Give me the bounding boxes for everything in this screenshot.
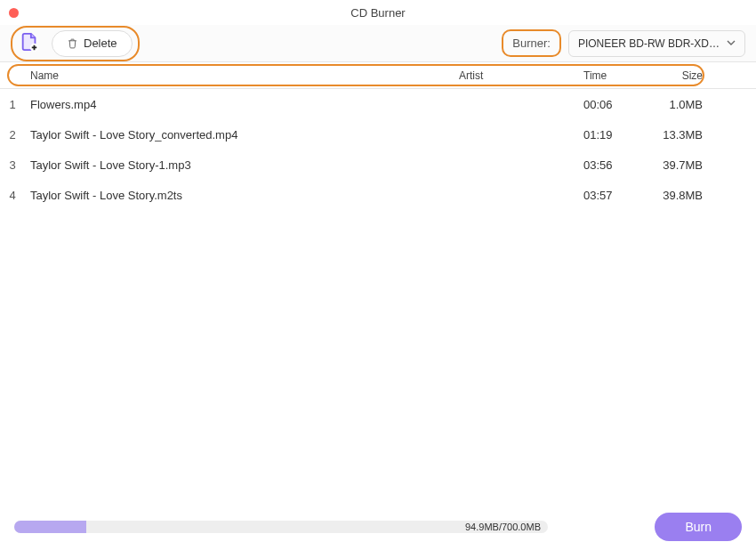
row-name: Taylor Swift - Love Story.m2ts xyxy=(25,189,459,202)
row-time: 03:57 xyxy=(583,189,646,202)
row-name: Flowers.mp4 xyxy=(25,98,459,111)
table-row[interactable]: 4 Taylor Swift - Love Story.m2ts 03:57 3… xyxy=(0,180,756,210)
row-name: Taylor Swift - Love Story-1.mp3 xyxy=(25,158,459,172)
add-file-icon xyxy=(20,32,39,54)
table-header: Name Artist Time Size xyxy=(0,62,756,89)
row-index: 4 xyxy=(0,189,25,202)
row-size: 1.0MB xyxy=(646,98,708,111)
toolbar: Delete Burner: PIONEER BD-RW BDR-XD… xyxy=(0,25,756,62)
capacity-progress: 94.9MB/700.0MB xyxy=(14,521,548,533)
toolbar-left-highlight: Delete xyxy=(11,26,140,61)
column-time[interactable]: Time xyxy=(583,69,646,82)
row-time: 01:19 xyxy=(583,128,646,142)
chevron-down-icon xyxy=(727,37,736,50)
add-file-button[interactable] xyxy=(18,32,41,55)
burn-button[interactable]: Burn xyxy=(655,513,742,541)
trash-icon xyxy=(67,37,78,50)
row-size: 39.7MB xyxy=(646,158,708,172)
row-size: 39.8MB xyxy=(646,189,708,202)
capacity-text: 94.9MB/700.0MB xyxy=(465,522,541,532)
table-row[interactable]: 1 Flowers.mp4 00:06 1.0MB xyxy=(0,89,756,119)
column-name[interactable]: Name xyxy=(25,69,459,82)
titlebar: CD Burner xyxy=(0,0,756,25)
row-index: 1 xyxy=(0,98,25,111)
row-name: Taylor Swift - Love Story_converted.mp4 xyxy=(25,128,459,142)
burner-label: Burner: xyxy=(502,29,561,57)
delete-label: Delete xyxy=(84,36,117,50)
row-size: 13.3MB xyxy=(646,128,708,142)
table-row[interactable]: 2 Taylor Swift - Love Story_converted.mp… xyxy=(0,119,756,150)
row-time: 03:56 xyxy=(583,158,646,172)
table-body: 1 Flowers.mp4 00:06 1.0MB 2 Taylor Swift… xyxy=(0,89,756,210)
close-window-button[interactable] xyxy=(9,8,19,18)
window-controls xyxy=(9,8,19,18)
burn-label: Burn xyxy=(685,520,712,534)
table-row[interactable]: 3 Taylor Swift - Love Story-1.mp3 03:56 … xyxy=(0,150,756,180)
capacity-progress-fill xyxy=(14,521,86,533)
burner-select[interactable]: PIONEER BD-RW BDR-XD… xyxy=(568,30,745,57)
column-artist[interactable]: Artist xyxy=(459,69,583,82)
row-time: 00:06 xyxy=(583,98,646,111)
delete-button[interactable]: Delete xyxy=(52,30,133,57)
row-index: 2 xyxy=(0,128,25,142)
footer: 94.9MB/700.0MB Burn xyxy=(0,504,756,550)
window-title: CD Burner xyxy=(350,6,405,20)
burner-selected-value: PIONEER BD-RW BDR-XD… xyxy=(578,37,720,50)
column-size[interactable]: Size xyxy=(646,69,708,82)
row-index: 3 xyxy=(0,158,25,172)
